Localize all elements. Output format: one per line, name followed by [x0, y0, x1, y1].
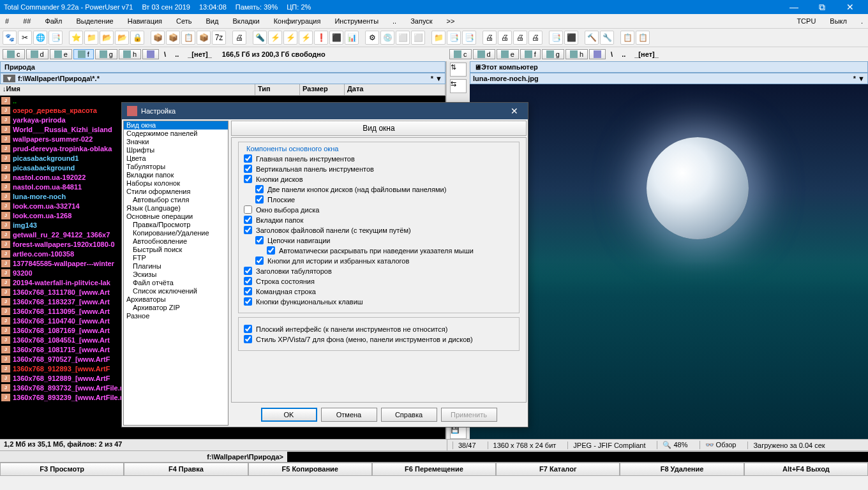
left-columns[interactable]: ↓Имя Тип Размер Дата	[0, 84, 445, 96]
dialog-close-button[interactable]: ✕	[506, 106, 523, 116]
drive-button[interactable]: d	[26, 49, 49, 59]
toolbar-button[interactable]: 🔨	[585, 31, 599, 45]
checkbox-option[interactable]: Цепочки навигации	[255, 236, 514, 244]
checkbox-option[interactable]: Вертикальная панель инструментов	[244, 165, 514, 173]
checkbox-option[interactable]: Окно выбора диска	[244, 205, 514, 214]
menu-item[interactable]: Сеть	[174, 16, 194, 26]
command-input[interactable]	[287, 452, 868, 462]
toolbar-button[interactable]: 7z	[212, 31, 226, 45]
menu-item[interactable]: Выкл	[827, 16, 849, 26]
ok-button[interactable]: OK	[261, 408, 317, 422]
toolbar-button[interactable]: ⚙	[365, 31, 379, 45]
toolbar-button[interactable]: 📋	[636, 31, 650, 45]
toolbar-button[interactable]: 🖨	[232, 31, 246, 45]
drive-button[interactable]: g	[542, 49, 564, 59]
toolbar-button[interactable]: 🐾	[3, 31, 17, 45]
toolbar-button[interactable]: 📋	[181, 31, 195, 45]
toolbar-button[interactable]: 🔦	[253, 31, 267, 45]
drive-button[interactable]: d	[473, 49, 495, 59]
checkbox-option[interactable]: Плоские	[255, 195, 514, 204]
drive-button[interactable]: f	[73, 49, 94, 59]
tree-item[interactable]: Стили оформления	[124, 188, 228, 196]
tree-item[interactable]: Архиваторы	[124, 295, 228, 304]
left-path[interactable]: ▼f:\Wallpaper\Природа\*.** ▼	[0, 73, 445, 84]
toolbar-button[interactable]: ⬜	[411, 31, 425, 45]
tree-item[interactable]: Язык (Language)	[124, 204, 228, 212]
checkbox-option[interactable]: Автоматически раскрывать при наведении у…	[267, 246, 514, 255]
toolbar-button[interactable]: 📂	[115, 31, 129, 45]
drive-button[interactable]: e	[50, 49, 72, 59]
right-path[interactable]: luna-more-noch.jpg* ▼	[470, 73, 868, 84]
checkbox-option[interactable]: Стиль XP/Vista/7 для фона (меню, панели …	[244, 335, 514, 343]
help-button[interactable]: Справка	[381, 408, 437, 422]
toolbar-button[interactable]: ✂	[18, 31, 32, 45]
menu-item[interactable]: #	[3, 16, 11, 26]
toolbar-button[interactable]: 📑	[49, 31, 63, 45]
fkey-button[interactable]: F4 Правка	[124, 463, 248, 476]
menu-item[interactable]: Запуск	[408, 16, 435, 26]
menu-item[interactable]: ..	[390, 16, 399, 26]
tree-item[interactable]: Вкладки папок	[124, 171, 228, 179]
toolbar-button[interactable]: 🖨	[498, 31, 512, 45]
toolbar-button[interactable]: 🖨	[513, 31, 527, 45]
drive-button[interactable]: g	[95, 49, 117, 59]
tree-item[interactable]: FTP	[124, 254, 228, 262]
settings-tab[interactable]: Вид окна	[231, 121, 527, 136]
toolbar-button[interactable]: 🔒	[130, 31, 144, 45]
command-line[interactable]: f:\Wallpaper\Природа>	[0, 450, 868, 462]
toolbar-button[interactable]: 📁	[84, 31, 98, 45]
fkey-button[interactable]: F3 Просмотр	[0, 463, 124, 476]
toolbar-button[interactable]: 🔧	[600, 31, 614, 45]
checkbox-option[interactable]: Строка состояния	[244, 277, 514, 285]
drive-button[interactable]: h	[119, 49, 141, 59]
tree-item[interactable]: Шрифты	[124, 146, 228, 154]
tree-item[interactable]: Разное	[124, 312, 228, 320]
checkbox-option[interactable]: Главная панель инструментов	[244, 154, 514, 163]
toolbar-button[interactable]: 📦	[197, 31, 211, 45]
toolbar-button[interactable]: 📋	[620, 31, 634, 45]
drive-button[interactable]: h	[565, 49, 588, 59]
tree-item[interactable]: Содержимое панелей	[124, 130, 228, 138]
menu-item[interactable]: Навигация	[125, 16, 165, 26]
middle-button[interactable]: ⇅	[450, 63, 467, 77]
tree-item[interactable]: Вид окна	[124, 121, 228, 130]
menu-item[interactable]: TCPU	[794, 16, 818, 26]
drive-button[interactable]: c	[3, 49, 25, 59]
drive-network[interactable]	[142, 49, 159, 59]
apply-button[interactable]: Применить	[441, 408, 497, 422]
toolbar-button[interactable]: 📦	[151, 31, 165, 45]
tree-item[interactable]: Эскизы	[124, 271, 228, 279]
menu-item[interactable]: ##	[20, 16, 33, 26]
maximize-button[interactable]: ⧉	[808, 2, 836, 13]
toolbar-button[interactable]: ⚡	[268, 31, 282, 45]
tree-item[interactable]: Плагины	[124, 262, 228, 271]
toolbar-button[interactable]: 🌐	[33, 31, 47, 45]
tree-item[interactable]: Автообновление	[124, 237, 228, 246]
tree-item[interactable]: Цвета	[124, 154, 228, 163]
toolbar-button[interactable]: ⚡	[299, 31, 313, 45]
minimize-button[interactable]: —	[780, 2, 808, 12]
toolbar-button[interactable]: 🖨	[528, 31, 542, 45]
toolbar-button[interactable]: ⬛	[329, 31, 343, 45]
toolbar-button[interactable]: 📦	[166, 31, 180, 45]
cancel-button[interactable]: Отмена	[321, 408, 377, 422]
checkbox-option[interactable]: Заголовки табуляторов	[244, 267, 514, 275]
toolbar-button[interactable]: 🖨	[483, 31, 497, 45]
fkey-button[interactable]: F5 Копирование	[248, 463, 372, 476]
tree-item[interactable]: Архиватор ZIP	[124, 304, 228, 312]
menu-item[interactable]: Выделение	[73, 16, 116, 26]
menu-item[interactable]: Файл	[42, 16, 64, 26]
tree-item[interactable]: Значки	[124, 138, 228, 146]
drive-button[interactable]: c	[449, 49, 472, 59]
toolbar-button[interactable]: 📊	[345, 31, 359, 45]
tree-item[interactable]: Табуляторы	[124, 163, 228, 171]
tree-item[interactable]: Правка/Просмотр	[124, 221, 228, 229]
toolbar-button[interactable]: 📁	[431, 31, 445, 45]
toolbar-button[interactable]: ⬛	[564, 31, 578, 45]
checkbox-option[interactable]: Плоский интерфейс (к панели инструментов…	[244, 325, 514, 333]
drive-button[interactable]: f	[520, 49, 541, 59]
checkbox-option[interactable]: Кнопки дисков	[244, 175, 514, 183]
tree-item[interactable]: Быстрый поиск	[124, 246, 228, 254]
tree-item[interactable]: Наборы колонок	[124, 179, 228, 188]
tree-item[interactable]: Копирование/Удаление	[124, 229, 228, 237]
